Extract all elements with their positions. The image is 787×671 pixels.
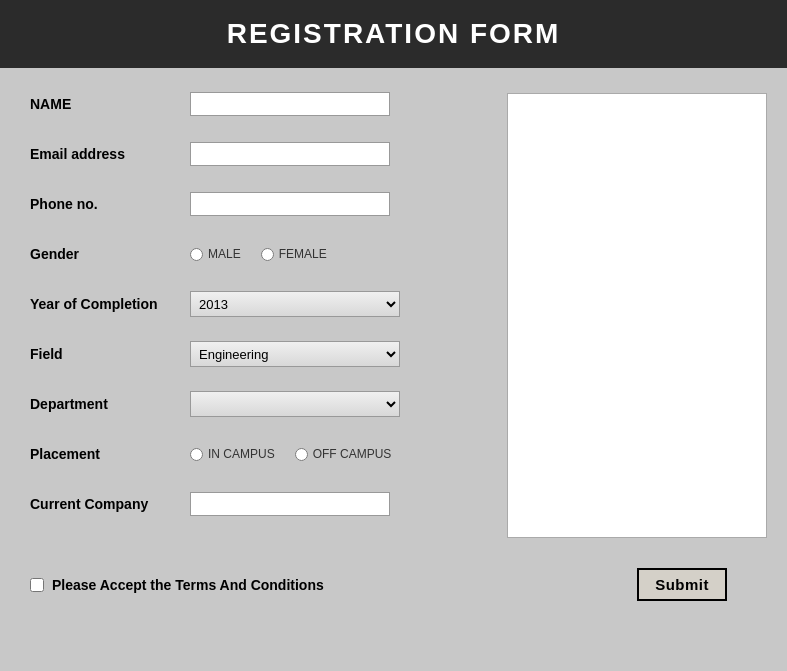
gender-radio-group: MALE FEMALE <box>190 247 327 261</box>
submit-button[interactable]: Submit <box>637 568 727 601</box>
department-label: Department <box>30 396 190 412</box>
department-select[interactable] <box>190 391 400 417</box>
placement-label: Placement <box>30 446 190 462</box>
placement-offcampus-radio[interactable] <box>295 448 308 461</box>
current-company-input[interactable] <box>190 492 390 516</box>
terms-label: Please Accept the Terms And Conditions <box>52 577 324 593</box>
email-row: Email address <box>30 138 487 170</box>
placement-incampus-label: IN CAMPUS <box>208 447 275 461</box>
gender-male-option[interactable]: MALE <box>190 247 241 261</box>
field-label: Field <box>30 346 190 362</box>
placement-offcampus-label: OFF CAMPUS <box>313 447 392 461</box>
gender-male-radio[interactable] <box>190 248 203 261</box>
field-select[interactable]: Engineering Science Arts Commerce <box>190 341 400 367</box>
placement-radio-group: IN CAMPUS OFF CAMPUS <box>190 447 391 461</box>
department-row: Department <box>30 388 487 420</box>
placement-incampus-radio[interactable] <box>190 448 203 461</box>
gender-male-label: MALE <box>208 247 241 261</box>
terms-row: Please Accept the Terms And Conditions <box>30 577 324 593</box>
form-area: NAME Email address Phone no. Gender MA <box>0 68 787 558</box>
form-fields: NAME Email address Phone no. Gender MA <box>30 88 487 538</box>
title-text: REGISTRATION FORM <box>227 18 561 49</box>
placement-row: Placement IN CAMPUS OFF CAMPUS <box>30 438 487 470</box>
phone-label: Phone no. <box>30 196 190 212</box>
name-input[interactable] <box>190 92 390 116</box>
gender-female-label: FEMALE <box>279 247 327 261</box>
phone-row: Phone no. <box>30 188 487 220</box>
year-select[interactable]: 2013 2014 2015 2016 2017 2018 <box>190 291 400 317</box>
current-company-row: Current Company <box>30 488 487 520</box>
placement-incampus-option[interactable]: IN CAMPUS <box>190 447 275 461</box>
field-row: Field Engineering Science Arts Commerce <box>30 338 487 370</box>
current-company-label: Current Company <box>30 496 190 512</box>
form-title: REGISTRATION FORM <box>0 0 787 68</box>
name-row: NAME <box>30 88 487 120</box>
email-label: Email address <box>30 146 190 162</box>
year-label: Year of Completion <box>30 296 190 312</box>
email-input[interactable] <box>190 142 390 166</box>
placement-offcampus-option[interactable]: OFF CAMPUS <box>295 447 392 461</box>
year-row: Year of Completion 2013 2014 2015 2016 2… <box>30 288 487 320</box>
terms-checkbox[interactable] <box>30 578 44 592</box>
gender-row: Gender MALE FEMALE <box>30 238 487 270</box>
name-label: NAME <box>30 96 190 112</box>
photo-box <box>507 93 767 538</box>
gender-label: Gender <box>30 246 190 262</box>
page-container: REGISTRATION FORM NAME Email address Pho… <box>0 0 787 671</box>
phone-input[interactable] <box>190 192 390 216</box>
gender-female-radio[interactable] <box>261 248 274 261</box>
gender-female-option[interactable]: FEMALE <box>261 247 327 261</box>
bottom-row: Please Accept the Terms And Conditions S… <box>0 558 787 611</box>
